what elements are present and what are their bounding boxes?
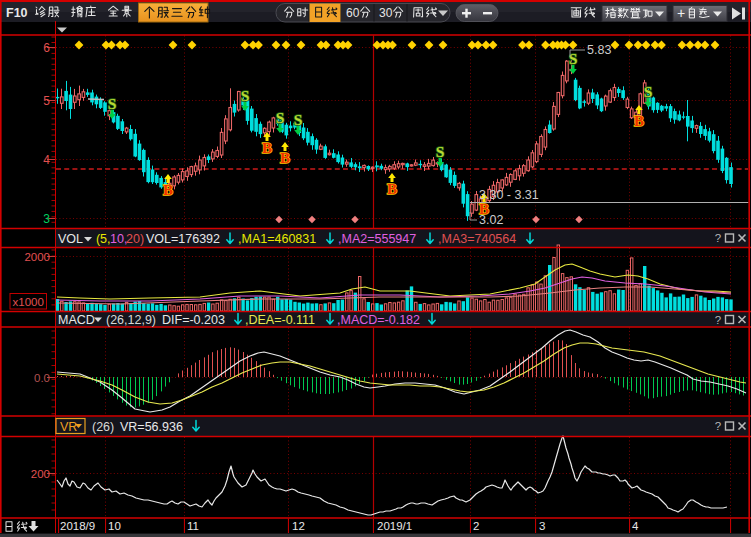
svg-text:VR=56.936: VR=56.936 <box>120 420 183 434</box>
svg-text:VR: VR <box>60 420 77 434</box>
svg-text:B: B <box>280 150 290 166</box>
svg-text:4: 4 <box>632 520 639 532</box>
svg-text:S: S <box>241 87 250 104</box>
svg-text:,MA2=555947: ,MA2=555947 <box>338 232 416 246</box>
svg-text:+: + <box>677 5 685 21</box>
svg-text:2019/1: 2019/1 <box>377 520 412 532</box>
svg-text:VOL: VOL <box>58 232 83 246</box>
svg-text:DIF=-0.203: DIF=-0.203 <box>162 313 225 327</box>
svg-text:(26,12,9): (26,12,9) <box>106 313 156 327</box>
svg-text:3.30 - 3.31: 3.30 - 3.31 <box>479 188 539 202</box>
svg-text:B: B <box>387 181 397 197</box>
svg-text:3: 3 <box>43 212 50 226</box>
svg-text:4: 4 <box>43 153 50 167</box>
svg-text:3: 3 <box>539 520 545 532</box>
svg-text:,MA3=740564: ,MA3=740564 <box>438 232 516 246</box>
svg-text:B: B <box>634 113 644 129</box>
svg-text:,DEA=-0.111: ,DEA=-0.111 <box>245 313 315 327</box>
svg-text:5,: 5, <box>100 232 110 246</box>
svg-text:,MA1=460831: ,MA1=460831 <box>238 232 316 246</box>
svg-text:B: B <box>163 182 173 198</box>
svg-text:11: 11 <box>187 520 199 532</box>
svg-text:,MACD=-0.182: ,MACD=-0.182 <box>337 313 420 327</box>
svg-text:0.0: 0.0 <box>34 372 50 384</box>
svg-text:2018/9: 2018/9 <box>60 520 95 532</box>
svg-text:2: 2 <box>473 520 479 532</box>
svg-text:10,: 10, <box>110 232 127 246</box>
svg-text:5: 5 <box>43 94 50 108</box>
svg-text:60: 60 <box>346 6 360 20</box>
svg-text:5.83: 5.83 <box>587 43 611 57</box>
svg-text:S: S <box>436 143 445 160</box>
svg-text:3.02: 3.02 <box>479 213 503 227</box>
svg-text:S: S <box>276 109 285 126</box>
svg-text:200: 200 <box>31 468 50 480</box>
svg-text:2000: 2000 <box>24 251 50 263</box>
svg-text:S: S <box>108 95 117 112</box>
svg-text:B: B <box>262 140 272 156</box>
svg-text:S: S <box>644 83 653 100</box>
svg-text:?: ? <box>715 314 721 326</box>
svg-text:(26): (26) <box>92 420 114 434</box>
svg-text:x1000: x1000 <box>13 296 44 308</box>
svg-text:S: S <box>294 111 303 128</box>
svg-text:?: ? <box>715 420 721 432</box>
svg-text:F10: F10 <box>6 6 28 20</box>
svg-text:VOL=176392: VOL=176392 <box>146 232 220 246</box>
svg-text:20): 20) <box>126 232 144 246</box>
svg-text:MACD: MACD <box>58 313 95 327</box>
svg-text:30: 30 <box>379 6 393 20</box>
svg-text:?: ? <box>715 232 721 244</box>
svg-text:10: 10 <box>108 520 121 532</box>
svg-text:12: 12 <box>292 520 305 532</box>
svg-text:6: 6 <box>43 41 50 55</box>
